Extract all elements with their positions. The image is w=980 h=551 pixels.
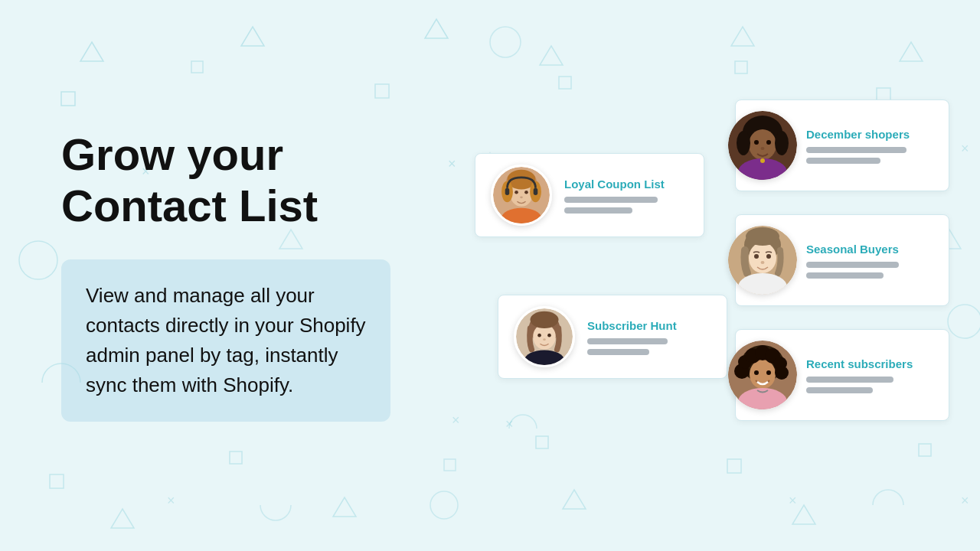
card-december-title: December shopers bbox=[806, 128, 935, 141]
svg-point-88 bbox=[766, 370, 771, 375]
right-panel: Loyal Coupon List bbox=[444, 0, 980, 551]
card-loyal-coupon: Loyal Coupon List bbox=[475, 153, 704, 237]
svg-point-45 bbox=[514, 191, 518, 194]
avatar-loyal-coupon bbox=[491, 165, 552, 226]
card-subscriber-hunt-title: Subscriber Hunt bbox=[587, 319, 711, 332]
title-line2: Contact List bbox=[61, 181, 318, 230]
card-bar-short bbox=[806, 272, 884, 279]
svg-rect-50 bbox=[534, 188, 538, 195]
svg-point-68 bbox=[760, 158, 765, 163]
card-recent-title: Recent subscribers bbox=[806, 357, 935, 370]
svg-point-64 bbox=[754, 140, 759, 145]
svg-point-72 bbox=[746, 227, 779, 246]
card-bar-long bbox=[587, 338, 668, 344]
card-seasonal-buyers: Seasonal Buyers bbox=[735, 214, 949, 306]
svg-point-73 bbox=[754, 254, 759, 259]
svg-point-66 bbox=[761, 147, 765, 150]
svg-point-56 bbox=[547, 334, 551, 337]
page: Grow your Contact List View and manage a… bbox=[0, 0, 980, 551]
svg-point-65 bbox=[766, 140, 771, 145]
card-bar-long bbox=[806, 147, 906, 153]
main-title: Grow your Contact List bbox=[61, 129, 390, 231]
avatar-seasonal bbox=[728, 226, 797, 295]
card-bar-long bbox=[806, 262, 899, 268]
svg-point-57 bbox=[543, 338, 546, 341]
card-recent-content: Recent subscribers bbox=[806, 357, 935, 393]
cards-area: Loyal Coupon List bbox=[475, 77, 949, 474]
card-december-content: December shopers bbox=[806, 128, 935, 164]
card-bar-long bbox=[564, 197, 658, 203]
card-bar-short bbox=[564, 207, 632, 214]
card-bar-short bbox=[806, 158, 880, 164]
description-box: View and manage all your contacts direct… bbox=[61, 259, 390, 422]
title-line1: Grow your bbox=[61, 129, 283, 179]
svg-point-74 bbox=[766, 254, 771, 259]
card-bar-short bbox=[587, 349, 649, 355]
svg-point-87 bbox=[754, 370, 759, 375]
svg-point-86 bbox=[775, 366, 789, 380]
card-seasonal-title: Seasonal Buyers bbox=[806, 243, 935, 256]
svg-point-62 bbox=[737, 131, 750, 155]
card-seasonal-content: Seasonal Buyers bbox=[806, 243, 935, 279]
card-loyal-coupon-content: Loyal Coupon List bbox=[564, 178, 688, 214]
card-subscriber-hunt: Subscriber Hunt bbox=[498, 295, 727, 379]
svg-point-63 bbox=[775, 131, 789, 155]
card-december-shopers: December shopers bbox=[735, 99, 949, 191]
card-recent-subscribers: Recent subscribers bbox=[735, 329, 949, 421]
card-loyal-coupon-title: Loyal Coupon List bbox=[564, 178, 688, 191]
svg-rect-49 bbox=[505, 188, 510, 195]
description-text: View and manage all your contacts direct… bbox=[86, 281, 366, 400]
card-subscriber-hunt-content: Subscriber Hunt bbox=[587, 319, 711, 355]
card-bar-long bbox=[806, 377, 893, 383]
svg-point-46 bbox=[524, 191, 528, 194]
svg-point-54 bbox=[531, 311, 559, 328]
avatar-december bbox=[728, 111, 797, 180]
left-panel: Grow your Contact List View and manage a… bbox=[0, 83, 444, 467]
avatar-recent bbox=[728, 341, 797, 409]
avatar-subscriber-hunt bbox=[514, 306, 575, 367]
svg-point-75 bbox=[761, 261, 765, 264]
svg-point-71 bbox=[749, 243, 776, 273]
svg-point-55 bbox=[537, 334, 541, 337]
card-bar-short bbox=[806, 387, 873, 393]
svg-point-47 bbox=[520, 196, 523, 198]
